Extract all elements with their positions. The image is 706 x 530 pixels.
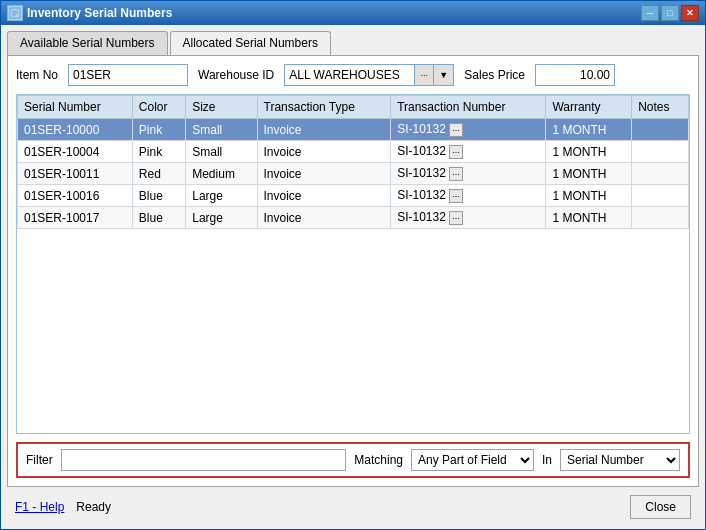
cell-3: Invoice <box>257 141 391 163</box>
cell-5: 1 MONTH <box>546 119 632 141</box>
title-bar: Inventory Serial Numbers ─ □ ✕ <box>1 1 705 25</box>
cell-5: 1 MONTH <box>546 185 632 207</box>
cell-3: Invoice <box>257 163 391 185</box>
trans-num-browse-button[interactable]: ··· <box>449 211 463 225</box>
col-serial-number: Serial Number <box>18 96 133 119</box>
cell-0: 01SER-10011 <box>18 163 133 185</box>
cell-6 <box>632 119 689 141</box>
warehouse-browse-button[interactable]: ··· <box>414 64 434 86</box>
trans-num-text: SI-10132 <box>397 166 446 180</box>
window-icon <box>7 5 23 21</box>
main-window: Inventory Serial Numbers ─ □ ✕ Available… <box>0 0 706 530</box>
table-header-row: Serial Number Color Size Transaction Typ… <box>18 96 689 119</box>
cell-6 <box>632 163 689 185</box>
cell-2: Small <box>186 141 257 163</box>
cell-6 <box>632 185 689 207</box>
cell-1: Blue <box>132 207 185 229</box>
filter-label: Filter <box>26 453 53 467</box>
cell-2: Large <box>186 207 257 229</box>
trans-num-browse-button[interactable]: ··· <box>449 167 463 181</box>
form-row: Item No Warehouse ID ··· ▼ Sales Price <box>16 64 690 86</box>
trans-num-text: SI-10132 <box>397 122 446 136</box>
sales-price-label: Sales Price <box>464 68 525 82</box>
cell-3: Invoice <box>257 119 391 141</box>
cell-2: Medium <box>186 163 257 185</box>
cell-1: Blue <box>132 185 185 207</box>
window-close-button[interactable]: ✕ <box>681 5 699 21</box>
window-title: Inventory Serial Numbers <box>27 6 172 20</box>
cell-0: 01SER-10004 <box>18 141 133 163</box>
item-no-input[interactable] <box>68 64 188 86</box>
minimize-button[interactable]: ─ <box>641 5 659 21</box>
warehouse-label: Warehouse ID <box>198 68 274 82</box>
filter-bar: Filter Matching Any Part of FieldBeginni… <box>16 442 690 478</box>
matching-label: Matching <box>354 453 403 467</box>
trans-num-browse-button[interactable]: ··· <box>449 145 463 159</box>
cell-5: 1 MONTH <box>546 207 632 229</box>
tab-available-serial-numbers[interactable]: Available Serial Numbers <box>7 31 168 55</box>
cell-6 <box>632 141 689 163</box>
cell-2: Large <box>186 185 257 207</box>
status-bar: F1 - Help Ready <box>15 500 111 514</box>
help-link[interactable]: F1 - Help <box>15 500 64 514</box>
bottom-bar: F1 - Help Ready Close <box>7 491 699 523</box>
table-row[interactable]: 01SER-10016BlueLargeInvoiceSI-10132 ···1… <box>18 185 689 207</box>
filter-input[interactable] <box>61 449 347 471</box>
trans-num-text: SI-10132 <box>397 210 446 224</box>
in-select[interactable]: Serial NumberColorSizeTransaction TypeTr… <box>560 449 680 471</box>
col-color: Color <box>132 96 185 119</box>
cell-0: 01SER-10016 <box>18 185 133 207</box>
sales-price-input[interactable] <box>535 64 615 86</box>
serial-numbers-table-container: Serial Number Color Size Transaction Typ… <box>16 94 690 434</box>
in-label: In <box>542 453 552 467</box>
table-row[interactable]: 01SER-10011RedMediumInvoiceSI-10132 ···1… <box>18 163 689 185</box>
warehouse-group: ··· ▼ <box>284 64 454 86</box>
col-transaction-type: Transaction Type <box>257 96 391 119</box>
status-text: Ready <box>76 500 111 514</box>
table-row[interactable]: 01SER-10000PinkSmallInvoiceSI-10132 ···1… <box>18 119 689 141</box>
col-warranty: Warranty <box>546 96 632 119</box>
cell-0: 01SER-10000 <box>18 119 133 141</box>
cell-2: Small <box>186 119 257 141</box>
main-panel: Item No Warehouse ID ··· ▼ Sales Price S… <box>7 55 699 487</box>
trans-num-text: SI-10132 <box>397 188 446 202</box>
trans-num-text: SI-10132 <box>397 144 446 158</box>
col-notes: Notes <box>632 96 689 119</box>
cell-1: Red <box>132 163 185 185</box>
matching-select[interactable]: Any Part of FieldBeginning of FieldExact… <box>411 449 534 471</box>
trans-num-browse-button[interactable]: ··· <box>449 189 463 203</box>
trans-num-browse-button[interactable]: ··· <box>449 123 463 137</box>
content-area: Available Serial Numbers Allocated Seria… <box>1 25 705 529</box>
col-transaction-number: Transaction Number <box>391 96 546 119</box>
serial-numbers-table: Serial Number Color Size Transaction Typ… <box>17 95 689 229</box>
tab-bar: Available Serial Numbers Allocated Seria… <box>7 31 699 55</box>
cell-1: Pink <box>132 141 185 163</box>
warehouse-input[interactable] <box>284 64 414 86</box>
tab-allocated-serial-numbers[interactable]: Allocated Serial Numbers <box>170 31 331 55</box>
cell-5: 1 MONTH <box>546 163 632 185</box>
table-row[interactable]: 01SER-10004PinkSmallInvoiceSI-10132 ···1… <box>18 141 689 163</box>
cell-0: 01SER-10017 <box>18 207 133 229</box>
item-no-label: Item No <box>16 68 58 82</box>
table-body: 01SER-10000PinkSmallInvoiceSI-10132 ···1… <box>18 119 689 229</box>
cell-3: Invoice <box>257 185 391 207</box>
cell-6 <box>632 207 689 229</box>
table-row[interactable]: 01SER-10017BlueLargeInvoiceSI-10132 ···1… <box>18 207 689 229</box>
warehouse-dropdown-button[interactable]: ▼ <box>434 64 454 86</box>
cell-3: Invoice <box>257 207 391 229</box>
maximize-button[interactable]: □ <box>661 5 679 21</box>
window-controls: ─ □ ✕ <box>641 5 699 21</box>
close-button[interactable]: Close <box>630 495 691 519</box>
cell-1: Pink <box>132 119 185 141</box>
col-size: Size <box>186 96 257 119</box>
cell-5: 1 MONTH <box>546 141 632 163</box>
